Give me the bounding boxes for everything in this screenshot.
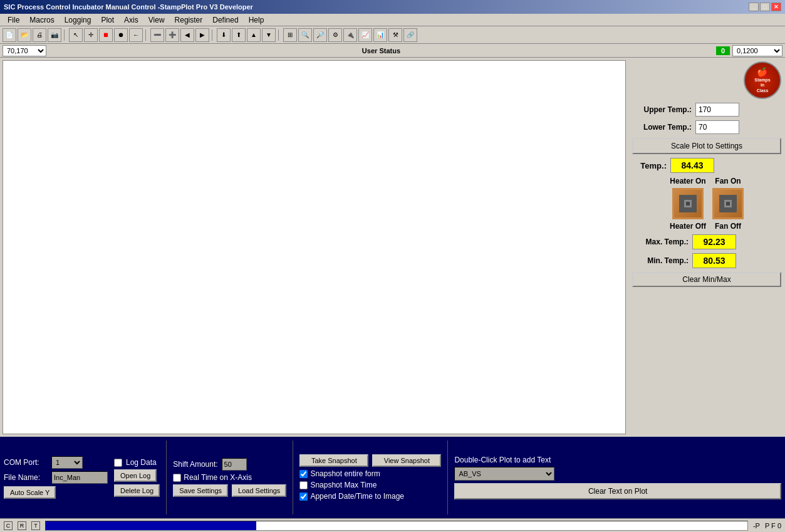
- com-port-label: COM Port:: [4, 458, 48, 467]
- tb-x-left[interactable]: ◀: [180, 28, 194, 42]
- menu-plot[interactable]: Plot: [96, 14, 119, 26]
- save-load-row: Save Settings Load Settings: [173, 484, 286, 497]
- min-temp-label: Min. Temp.:: [632, 256, 689, 265]
- snapshot-max-row: Snapshot Max Time: [299, 481, 441, 489]
- log-data-label: Log Data: [126, 458, 157, 467]
- max-temp-label: Max. Temp.:: [632, 237, 689, 246]
- shift-amount-input[interactable]: [222, 458, 247, 471]
- lower-temp-row: Lower Temp.:: [632, 120, 781, 134]
- status-progress-fill: [46, 521, 256, 530]
- status-progress: [45, 521, 748, 531]
- tb-y-down[interactable]: ▼: [262, 28, 276, 42]
- menu-macros[interactable]: Macros: [24, 14, 59, 26]
- heater-col: Heater On Heater Off: [670, 177, 706, 231]
- title-bar-controls: _ □ ✕: [749, 3, 781, 11]
- status-c: C: [4, 521, 13, 530]
- com-port-select[interactable]: 1: [51, 456, 83, 469]
- delete-log-row: Delete Log: [114, 484, 160, 497]
- fan-button[interactable]: [712, 188, 744, 219]
- real-time-checkbox[interactable]: [173, 474, 181, 482]
- tb-settings[interactable]: ⚙: [328, 28, 342, 42]
- view-snapshot-button[interactable]: View Snapshot: [372, 454, 441, 467]
- clear-text-button[interactable]: Clear Text on Plot: [454, 483, 781, 499]
- range-combo[interactable]: 0,1200: [732, 45, 782, 56]
- min-temp-row: Min. Temp.: 80.53: [632, 253, 781, 268]
- tb-back[interactable]: ←: [129, 28, 143, 42]
- tb-misc2[interactable]: 🔗: [403, 28, 417, 42]
- tb-zoom-out[interactable]: 🔎: [313, 28, 327, 42]
- auto-scale-button[interactable]: Auto Scale Y: [4, 486, 56, 499]
- tb-x-right[interactable]: ▶: [195, 28, 209, 42]
- load-settings-button[interactable]: Load Settings: [232, 484, 286, 497]
- save-settings-button[interactable]: Save Settings: [173, 484, 228, 497]
- tb-crosshair[interactable]: ✛: [84, 28, 98, 42]
- status-green-indicator: 0: [716, 46, 730, 55]
- tb-y-up[interactable]: ▲: [247, 28, 261, 42]
- minimize-button[interactable]: _: [749, 3, 759, 11]
- fan-col: Fan On Fan Off: [712, 177, 744, 231]
- open-log-button[interactable]: Open Log: [114, 469, 157, 482]
- fan-svg-icon: [722, 197, 734, 210]
- tb-graph[interactable]: 📈: [358, 28, 372, 42]
- menu-register[interactable]: Register: [170, 14, 208, 26]
- tb-new[interactable]: 📄: [3, 28, 16, 42]
- tb-zoom-x-plus[interactable]: ➕: [165, 28, 179, 42]
- bottom-col-5: Double-Click Plot to add Text AB_VS Clea…: [454, 441, 781, 514]
- status-pf: P F 0: [765, 522, 781, 529]
- tb-camera[interactable]: 📷: [48, 28, 61, 42]
- append-date-checkbox[interactable]: [299, 493, 308, 501]
- heater-svg-icon: [682, 197, 694, 210]
- tb-record[interactable]: ⏺: [114, 28, 128, 42]
- menu-logging[interactable]: Logging: [60, 14, 96, 26]
- menu-view[interactable]: View: [143, 14, 170, 26]
- append-date-label: Append Date/Time to Image: [310, 492, 404, 501]
- snapshot-entire-row: Snapshot entire form: [299, 469, 441, 478]
- menu-help[interactable]: Help: [244, 14, 269, 26]
- real-time-row: Real Time on X-Axis: [173, 473, 286, 482]
- close-button[interactable]: ✕: [771, 3, 781, 11]
- divider-2: [293, 441, 293, 514]
- tb-table[interactable]: 📊: [373, 28, 387, 42]
- svg-rect-3: [726, 202, 730, 206]
- plot-canvas[interactable]: [3, 61, 625, 434]
- snapshot-entire-checkbox[interactable]: [299, 470, 308, 478]
- tb-connect[interactable]: 🔌: [343, 28, 357, 42]
- tb-print[interactable]: 🖨: [33, 28, 46, 42]
- heater-off-label: Heater Off: [670, 222, 706, 231]
- tb-zoom-y-plus[interactable]: ⬆: [232, 28, 246, 42]
- tb-stop[interactable]: ⏹: [99, 28, 113, 42]
- tb-zoom-in[interactable]: 🔍: [298, 28, 312, 42]
- log-data-checkbox[interactable]: [114, 459, 122, 467]
- lower-temp-label: Lower Temp.:: [632, 123, 692, 132]
- plot-area[interactable]: [3, 60, 626, 434]
- tb-zoom-y-minus[interactable]: ⬇: [217, 28, 231, 42]
- logo-area: 🍎 StampsinClass: [632, 61, 781, 99]
- tb-open[interactable]: 📂: [18, 28, 31, 42]
- menu-file[interactable]: File: [3, 14, 24, 26]
- fan-on-label: Fan On: [715, 177, 741, 185]
- status-r: R: [18, 521, 26, 530]
- lower-temp-input[interactable]: [695, 120, 739, 134]
- toolbar: 📄 📂 🖨 📷 ↖ ✛ ⏹ ⏺ ← ➖ ➕ ◀ ▶ ⬇ ⬆ ▲ ▼ ⊞ 🔍 🔎 …: [0, 26, 785, 44]
- upper-temp-input[interactable]: [695, 103, 739, 117]
- logo-image: 🍎 StampsinClass: [744, 61, 781, 99]
- real-time-label: Real Time on X-Axis: [184, 473, 252, 482]
- maximize-button[interactable]: □: [760, 3, 770, 11]
- tb-pointer[interactable]: ↖: [69, 28, 83, 42]
- tb-zoom-x-minus[interactable]: ➖: [150, 28, 164, 42]
- dbl-click-combo-row: AB_VS: [454, 467, 781, 481]
- take-snapshot-button[interactable]: Take Snapshot: [299, 454, 368, 467]
- menu-defined[interactable]: Defined: [207, 14, 243, 26]
- snapshot-max-checkbox[interactable]: [299, 481, 308, 489]
- auto-scale-row: Auto Scale Y: [4, 486, 108, 499]
- delete-log-button[interactable]: Delete Log: [114, 484, 160, 497]
- menu-axis[interactable]: Axis: [119, 14, 143, 26]
- tb-full-view[interactable]: ⊞: [283, 28, 297, 42]
- position-combo[interactable]: 70,170: [3, 45, 46, 56]
- heater-button[interactable]: [672, 188, 704, 219]
- scale-plot-button[interactable]: Scale Plot to Settings: [632, 138, 781, 154]
- dbl-click-combo[interactable]: AB_VS: [454, 467, 554, 481]
- file-name-input[interactable]: [51, 471, 108, 484]
- tb-misc1[interactable]: ⚒: [388, 28, 402, 42]
- clear-minmax-button[interactable]: Clear Min/Max: [632, 272, 781, 287]
